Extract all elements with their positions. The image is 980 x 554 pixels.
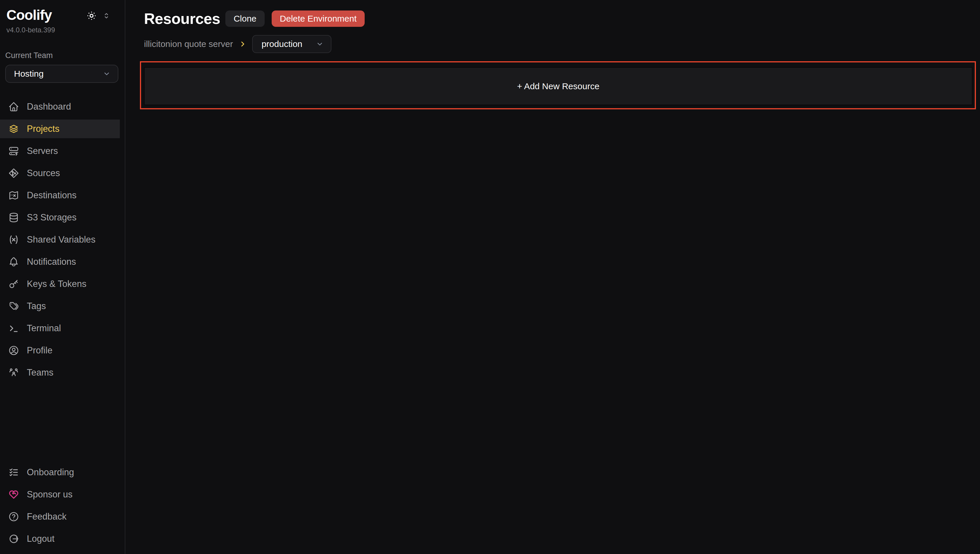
home-icon [8, 101, 19, 112]
user-circle-icon [8, 345, 19, 356]
chevrons-up-down-icon[interactable] [102, 11, 111, 20]
sidebar-item-logout[interactable]: Logout [0, 530, 120, 548]
sidebar-item-label: Terminal [27, 323, 61, 334]
map-icon [8, 190, 19, 201]
sidebar-item-label: Shared Variables [27, 234, 95, 245]
sidebar-item-label: Dashboard [27, 102, 71, 112]
main-content: Resources Clone Delete Environment illic… [125, 0, 980, 554]
sidebar-item-label: Profile [27, 345, 52, 356]
terminal-icon [8, 323, 19, 334]
sidebar-item-terminal[interactable]: Terminal [0, 319, 120, 337]
sidebar-item-label: Feedback [27, 511, 67, 522]
sidebar-nav: DashboardProjectsServersSourcesDestinati… [0, 97, 125, 385]
page-title: Resources [144, 10, 220, 27]
chevron-down-icon [103, 70, 111, 78]
clone-button[interactable]: Clone [225, 11, 264, 27]
sidebar-item-label: Tags [27, 301, 46, 311]
sidebar-item-feedback[interactable]: Feedback [0, 507, 120, 526]
bell-icon [8, 256, 19, 267]
sidebar-item-label: Logout [27, 533, 54, 544]
sidebar-item-s3-storages[interactable]: S3 Storages [0, 208, 120, 227]
server-icon [8, 145, 19, 157]
sidebar-item-label: Servers [27, 146, 58, 156]
breadcrumb-project[interactable]: illicitonion quote server [144, 39, 233, 49]
heart-hands-icon [8, 489, 19, 500]
sidebar-item-dashboard[interactable]: Dashboard [0, 97, 120, 116]
page-header: Resources Clone Delete Environment [144, 10, 980, 27]
sidebar-item-profile[interactable]: Profile [0, 341, 120, 360]
current-team-label: Current Team [5, 51, 118, 60]
sidebar-item-label: Sources [27, 168, 60, 178]
sidebar-item-keys-tokens[interactable]: Keys & Tokens [0, 275, 120, 293]
sidebar-item-label: Keys & Tokens [27, 279, 86, 289]
sidebar-item-label: Teams [27, 368, 53, 378]
logout-icon [8, 533, 19, 544]
help-circle-icon [8, 511, 19, 522]
checklist-icon [8, 467, 19, 478]
sidebar-item-teams[interactable]: Teams [0, 363, 120, 382]
sidebar-item-label: Onboarding [27, 467, 74, 478]
team-select[interactable]: Hosting [5, 65, 118, 83]
environment-select-value: production [261, 39, 302, 49]
sidebar: Coolify v4.0.0-beta.399 Current Team Hos… [0, 0, 125, 554]
app-name: Coolify [6, 8, 52, 23]
sidebar-item-shared-variables[interactable]: Shared Variables [0, 230, 120, 249]
tags-icon [8, 301, 19, 312]
chevron-down-icon [316, 40, 324, 48]
sidebar-item-projects[interactable]: Projects [0, 119, 120, 138]
key-icon [8, 279, 19, 290]
sidebar-item-label: S3 Storages [27, 212, 77, 223]
git-diamond-icon [8, 168, 19, 179]
sun-icon[interactable] [86, 11, 97, 21]
sidebar-item-label: Notifications [27, 256, 76, 267]
sidebar-item-servers[interactable]: Servers [0, 142, 120, 160]
braces-x-icon [8, 234, 19, 245]
sidebar-item-label: Sponsor us [27, 489, 73, 500]
logo-row: Coolify [0, 8, 125, 23]
chevron-right-icon [239, 40, 246, 48]
team-select-value: Hosting [14, 69, 44, 79]
sidebar-item-onboarding[interactable]: Onboarding [0, 463, 120, 482]
sidebar-item-destinations[interactable]: Destinations [0, 186, 120, 205]
add-new-resource-button[interactable]: + Add New Resource [144, 67, 972, 105]
database-icon [8, 212, 19, 223]
stack-icon [8, 123, 19, 134]
environment-select[interactable]: production [252, 35, 331, 53]
sidebar-item-sponsor-us[interactable]: Sponsor us [0, 485, 120, 504]
sidebar-item-sources[interactable]: Sources [0, 164, 120, 183]
sidebar-item-label: Projects [27, 124, 59, 134]
sidebar-item-notifications[interactable]: Notifications [0, 253, 120, 271]
current-team-section: Current Team Hosting [0, 34, 125, 83]
delete-environment-button[interactable]: Delete Environment [272, 11, 365, 27]
sidebar-nav-bottom: OnboardingSponsor usFeedbackLogout [0, 463, 125, 552]
sidebar-item-tags[interactable]: Tags [0, 297, 120, 315]
resource-area: + Add New Resource [144, 67, 972, 105]
app-version: v4.0.0-beta.399 [0, 23, 125, 34]
breadcrumb: illicitonion quote server production [144, 35, 980, 53]
sidebar-item-label: Destinations [27, 190, 77, 201]
users-icon [8, 367, 19, 378]
add-new-resource-label: + Add New Resource [517, 81, 600, 91]
